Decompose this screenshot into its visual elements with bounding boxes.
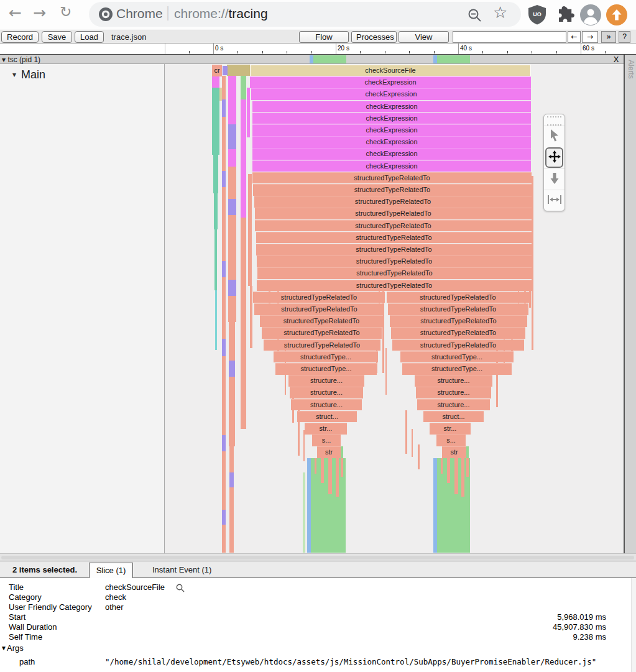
collapse-triangle-icon[interactable]: ▾: [2, 55, 6, 64]
horizontal-scrollbar[interactable]: [0, 553, 636, 561]
reload-icon[interactable]: ↻: [60, 4, 71, 20]
property-value: other: [105, 602, 124, 612]
processes-button[interactable]: Processes: [351, 31, 397, 43]
tracing-toolbar: Record Save Load trace.json Flow events …: [0, 29, 636, 44]
ruler-tick-minor: [409, 51, 410, 53]
ruler-tick-label: 60 s: [583, 45, 594, 52]
view-options-button[interactable]: View Options: [399, 31, 449, 43]
save-button[interactable]: Save: [42, 31, 72, 43]
flow-events-button[interactable]: Flow events: [299, 31, 349, 43]
ruler-tick-minor: [532, 51, 532, 53]
select-tool-button[interactable]: [544, 126, 565, 147]
svg-text:UO: UO: [533, 11, 542, 17]
property-row: Self Time9.238 ms: [0, 632, 636, 642]
timeline-track-area[interactable]: ▾Main: [0, 64, 624, 553]
ruler-tick-label: 20 s: [338, 45, 349, 52]
close-track-button[interactable]: X: [612, 55, 620, 64]
property-label: Wall Duration: [9, 622, 57, 632]
back-icon[interactable]: ←: [9, 4, 22, 22]
load-button[interactable]: Load: [75, 31, 104, 43]
process-track-header[interactable]: ▾ tsc (pid 1) X: [0, 55, 624, 64]
ruler-tick-major: [213, 44, 214, 54]
bookmark-star-icon[interactable]: ☆: [493, 3, 507, 22]
record-button[interactable]: Record: [1, 31, 39, 43]
selection-summary: 2 items selected.: [12, 565, 77, 574]
process-label[interactable]: ▾ tsc (pid 1): [2, 55, 40, 64]
arg-path-value: "/home/shilal/development/Etsyweb/htdocs…: [105, 657, 596, 667]
browser-update-icon[interactable]: [606, 4, 627, 28]
extensions-puzzle-icon[interactable]: [556, 4, 575, 25]
browser-toolbar: ← → ↻ Chrome | chrome://tracing ☆ UO: [0, 0, 636, 30]
ublock-shield-icon[interactable]: UO: [527, 4, 547, 27]
ruler-tick-label: 40 s: [460, 45, 472, 52]
args-collapse-icon[interactable]: ▼: [1, 643, 7, 653]
args-label: Args: [7, 643, 24, 653]
find-input[interactable]: [453, 31, 566, 43]
thread-label[interactable]: ▾Main: [12, 68, 45, 81]
property-value: 5,968.019 ms: [557, 612, 606, 622]
ruler-tick-major: [458, 44, 459, 54]
analysis-header: 2 items selected. Slice (1) Instant Even…: [0, 561, 636, 578]
url-path: tracing: [229, 6, 268, 21]
tab-instant-event[interactable]: Instant Event (1): [152, 565, 211, 574]
ruler-tick-minor: [507, 51, 508, 53]
profile-avatar[interactable]: [580, 4, 601, 28]
side-panel-tabs: File Size StatsMetricsFrame DataInput La…: [624, 55, 636, 561]
horizontal-scrollbar-thumb[interactable]: [1, 556, 634, 559]
sidebar-tab-alerts[interactable]: Alerts: [626, 60, 636, 108]
property-row: TitlecheckSourceFile: [0, 582, 636, 592]
url-text: chrome://tracing: [174, 6, 268, 21]
tool-palette[interactable]: [543, 114, 565, 211]
find-prev-button[interactable]: ←: [568, 31, 581, 43]
move-arrows-icon: [548, 150, 561, 165]
analysis-panel: 2 items selected. Slice (1) Instant Even…: [0, 561, 636, 672]
property-value: 9.238 ms: [573, 632, 606, 642]
timing-tool-button[interactable]: [544, 190, 565, 211]
property-value: checkSourceFile: [105, 582, 165, 592]
analysis-scrollbar[interactable]: [631, 578, 636, 672]
ruler-tick-minor: [360, 51, 361, 53]
ruler-tick-major: [581, 44, 581, 54]
help-button[interactable]: ?: [619, 31, 630, 43]
property-value: check: [105, 592, 126, 602]
ruler-tick-minor: [482, 51, 483, 53]
arg-path-label: path: [19, 657, 35, 667]
property-label: User Friendly Category: [9, 602, 92, 612]
tab-slice[interactable]: Slice (1): [89, 563, 133, 578]
args-section-row[interactable]: ▼ Args: [0, 643, 636, 653]
property-label: Category: [9, 592, 42, 602]
property-label: Title: [9, 582, 24, 592]
trace-filename: trace.json: [111, 32, 146, 42]
side-panel-tab-list: File Size StatsMetricsFrame DataInput La…: [626, 60, 636, 124]
ruler-tick-minor: [237, 51, 238, 53]
palette-drag-handle[interactable]: [547, 116, 561, 126]
pan-tool-button[interactable]: [545, 147, 563, 168]
property-label: Start: [9, 612, 25, 622]
ruler-tick-minor: [189, 51, 190, 53]
horizontal-measure-icon: [548, 195, 561, 207]
ruler-tick-label: 0 s: [215, 45, 223, 52]
site-name: Chrome: [116, 6, 163, 21]
find-next-button[interactable]: →: [582, 31, 598, 43]
ruler-tick-major: [336, 44, 336, 54]
property-label: Self Time: [9, 632, 42, 642]
zoom-tool-button[interactable]: [544, 168, 565, 190]
ruler-tick-minor: [311, 51, 312, 53]
address-bar[interactable]: Chrome | chrome://tracing ☆: [89, 2, 521, 27]
property-value: 45,907.830 ms: [553, 622, 606, 632]
chrome-tracing-window: ← → ↻ Chrome | chrome://tracing ☆ UO: [0, 0, 636, 672]
track-label-panel: ▾Main: [0, 64, 165, 553]
property-row: User Friendly Categoryother: [0, 602, 636, 612]
forward-icon[interactable]: →: [33, 4, 46, 22]
collapse-triangle-icon[interactable]: ▾: [12, 70, 16, 79]
timeline-ruler[interactable]: 0 s20 s40 s60 s: [0, 44, 636, 55]
chrome-logo-icon: [98, 7, 113, 24]
property-row: Start5,968.019 ms: [0, 612, 636, 622]
ruler-ticks: 0 s20 s40 s60 s: [0, 44, 624, 54]
ruler-tick-minor: [434, 51, 435, 53]
ruler-tick-minor: [385, 51, 385, 53]
more-tools-button[interactable]: »: [601, 31, 616, 43]
zoom-out-icon[interactable]: [466, 7, 484, 27]
omnibox-divider: |: [166, 4, 170, 21]
url-scheme: chrome://: [174, 6, 229, 21]
